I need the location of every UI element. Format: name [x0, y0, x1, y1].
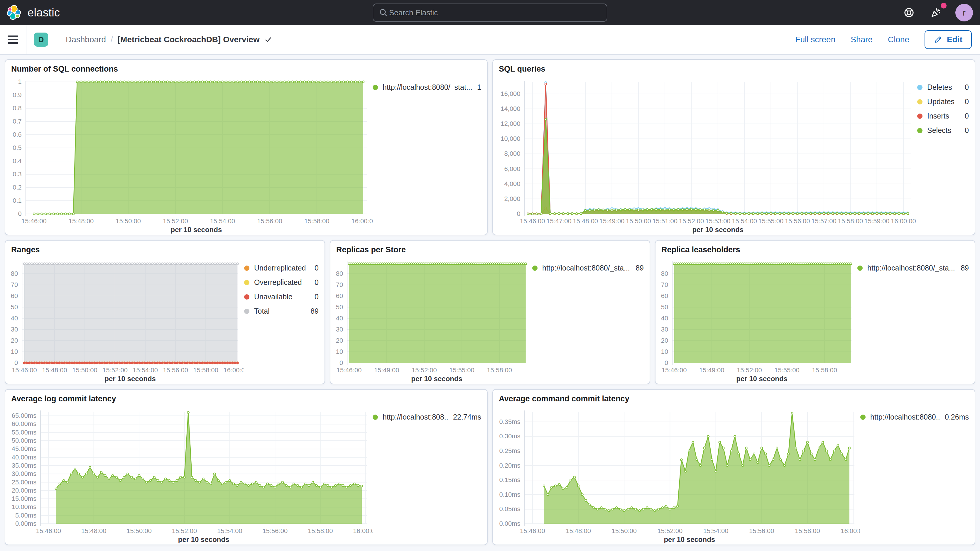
- svg-text:65.00ms: 65.00ms: [12, 412, 37, 419]
- search-input[interactable]: [388, 8, 601, 18]
- sql-queries-chart[interactable]: 02,0004,0006,0008,00010,00012,00014,0001…: [493, 75, 917, 235]
- svg-text:0.00ms: 0.00ms: [499, 520, 520, 527]
- svg-text:15:50:00: 15:50:00: [126, 527, 152, 535]
- svg-text:15:58:00: 15:58:00: [308, 527, 333, 535]
- news-icon: [931, 7, 942, 18]
- panel-replica-leaseholders: Replica leaseholders 0102030405060708015…: [655, 240, 975, 384]
- svg-text:15:49:00: 15:49:00: [374, 366, 399, 374]
- legend-series-dot-icon: [917, 85, 923, 90]
- legend-item[interactable]: http://localhost:8080/_sta...89: [532, 264, 644, 272]
- legend-series-value: 0: [965, 83, 969, 92]
- replicas-per-store-chart[interactable]: 0102030405060708015:46:0015:49:0015:52:0…: [330, 256, 532, 384]
- full-screen-button[interactable]: Full screen: [795, 35, 835, 44]
- svg-text:15:46:00: 15:46:00: [520, 527, 545, 535]
- sql-connections-chart[interactable]: 00.10.20.30.40.50.60.70.80.9115:46:0015:…: [5, 75, 372, 235]
- legend-series-value: 89: [636, 264, 644, 272]
- svg-text:0.4: 0.4: [13, 157, 22, 165]
- help-button[interactable]: [901, 5, 916, 20]
- breadcrumb-dashboard-link[interactable]: Dashboard: [66, 35, 106, 44]
- legend-series-label: Overreplicated: [254, 278, 302, 287]
- svg-text:15:52:00: 15:52:00: [737, 366, 762, 374]
- svg-text:60.00ms: 60.00ms: [12, 420, 37, 427]
- svg-text:50: 50: [11, 303, 18, 311]
- panel-title[interactable]: Average command commit latency: [493, 390, 975, 404]
- edit-button[interactable]: Edit: [924, 30, 972, 49]
- help-icon: [904, 7, 914, 18]
- legend-item[interactable]: Underreplicated0: [244, 264, 319, 272]
- panel-title[interactable]: Replicas per Store: [330, 240, 650, 256]
- svg-text:15:49:00: 15:49:00: [600, 217, 625, 225]
- legend-item[interactable]: Overreplicated0: [244, 278, 319, 287]
- svg-text:15:50:00: 15:50:00: [72, 366, 97, 374]
- dashboard-app-badge[interactable]: D: [34, 33, 48, 47]
- legend-item[interactable]: Total89: [244, 307, 319, 315]
- legend-item[interactable]: Selects0: [917, 126, 969, 135]
- svg-text:10: 10: [336, 348, 343, 355]
- page-title: [Metricbeat CockroachDB] Overview: [118, 35, 272, 44]
- legend-item[interactable]: http://localhost:8080/_sta...89: [858, 264, 969, 272]
- legend-series-label: http://localhost:8080...: [870, 413, 940, 421]
- svg-text:60: 60: [661, 292, 668, 299]
- svg-text:0.25ms: 0.25ms: [499, 447, 520, 454]
- legend-item[interactable]: http://localhost:808...22.74ms: [372, 413, 481, 421]
- legend-series-dot-icon: [858, 266, 862, 271]
- svg-text:50: 50: [336, 303, 343, 311]
- svg-text:16:00:00: 16:00:00: [841, 527, 860, 535]
- legend-series-value: 0: [965, 126, 969, 135]
- elastic-brand[interactable]: elastic: [7, 5, 60, 20]
- legend-series-dot-icon: [917, 128, 923, 133]
- user-avatar[interactable]: r: [955, 4, 973, 21]
- legend-item[interactable]: http://localhost:8080/_stat...1: [372, 83, 481, 92]
- pencil-icon: [934, 35, 942, 44]
- panel-title[interactable]: Average log commit latency: [5, 390, 487, 404]
- global-search[interactable]: [372, 3, 608, 22]
- svg-text:15:57:00: 15:57:00: [811, 217, 837, 225]
- svg-text:0: 0: [18, 210, 22, 217]
- legend-item[interactable]: Unavailable0: [244, 293, 319, 301]
- avg-command-commit-latency-chart[interactable]: 0.00ms0.05ms0.10ms0.15ms0.20ms0.25ms0.30…: [493, 404, 860, 545]
- news-button[interactable]: [928, 5, 943, 20]
- svg-text:0.1: 0.1: [13, 197, 22, 204]
- panel-title[interactable]: Replica leaseholders: [655, 240, 975, 256]
- svg-text:15:55:00: 15:55:00: [449, 366, 474, 374]
- svg-text:20: 20: [336, 337, 343, 344]
- breadcrumb: Dashboard / [Metricbeat CockroachDB] Ove…: [66, 35, 272, 44]
- replica-leaseholders-chart[interactable]: 0102030405060708015:46:0015:49:0015:52:0…: [655, 256, 858, 384]
- hamburger-menu-icon[interactable]: [8, 35, 18, 44]
- chart-legend: http://localhost:8080/_stat...1: [372, 75, 487, 235]
- check-icon: [264, 35, 272, 44]
- svg-text:0.05ms: 0.05ms: [499, 505, 520, 513]
- svg-text:70: 70: [336, 281, 343, 288]
- panel-title[interactable]: Ranges: [5, 240, 325, 256]
- svg-text:20: 20: [11, 337, 18, 344]
- legend-series-label: Inserts: [927, 112, 949, 120]
- share-button[interactable]: Share: [851, 35, 873, 44]
- svg-text:15:49:00: 15:49:00: [699, 366, 724, 374]
- svg-text:15:48:00: 15:48:00: [81, 527, 107, 535]
- panel-title[interactable]: SQL queries: [493, 60, 975, 75]
- legend-item[interactable]: Inserts0: [917, 112, 969, 120]
- svg-text:0.6: 0.6: [13, 131, 22, 138]
- svg-text:0: 0: [14, 359, 18, 366]
- svg-text:30.00ms: 30.00ms: [12, 470, 37, 477]
- svg-text:15:48:00: 15:48:00: [68, 217, 94, 225]
- legend-item[interactable]: Updates0: [917, 97, 969, 106]
- svg-text:0.8: 0.8: [13, 104, 22, 112]
- svg-text:30: 30: [336, 326, 343, 333]
- ranges-chart[interactable]: 0102030405060708015:46:0015:48:0015:50:0…: [5, 256, 244, 384]
- svg-text:15:46:00: 15:46:00: [21, 217, 47, 225]
- legend-item[interactable]: Deletes0: [917, 83, 969, 92]
- svg-text:0.20ms: 0.20ms: [499, 462, 520, 469]
- panel-title[interactable]: Number of SQL connections: [5, 60, 487, 75]
- svg-text:0.30ms: 0.30ms: [499, 433, 520, 440]
- clone-button[interactable]: Clone: [888, 35, 909, 44]
- edit-button-label: Edit: [947, 35, 963, 44]
- legend-item[interactable]: http://localhost:8080...0.26ms: [860, 413, 969, 421]
- svg-text:1: 1: [18, 78, 22, 85]
- legend-series-label: Unavailable: [254, 293, 293, 301]
- svg-text:80: 80: [661, 270, 668, 277]
- legend-series-value: 0: [965, 112, 969, 120]
- svg-text:16:00:00: 16:00:00: [353, 527, 372, 535]
- breadcrumb-separator: /: [111, 35, 113, 44]
- avg-log-commit-latency-chart[interactable]: 0.00ms5.00ms10.00ms15.00ms20.00ms25.00ms…: [5, 404, 372, 545]
